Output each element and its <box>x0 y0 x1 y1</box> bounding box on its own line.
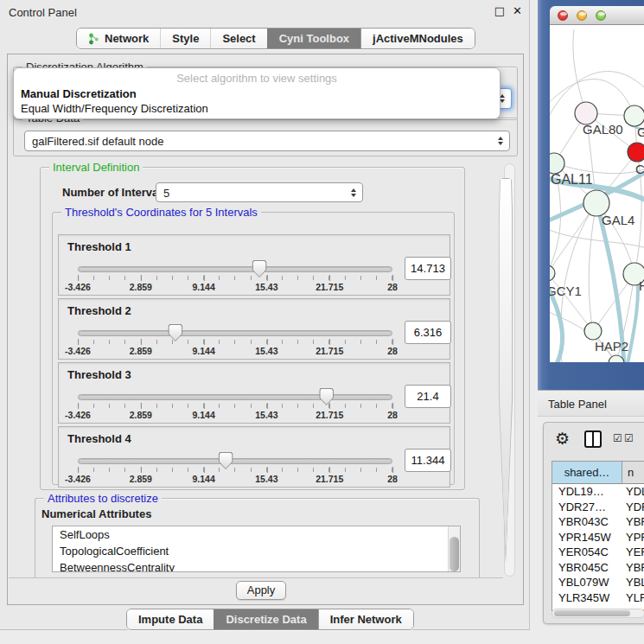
threshold-coordinates-group: Threshold's Coordinates for 5 Intervals … <box>52 212 455 485</box>
threshold-2-label: Threshold 2 <box>67 304 131 317</box>
slider-ticks <box>78 404 392 408</box>
column-header-name[interactable]: n <box>622 462 644 483</box>
threshold-2-value-field[interactable]: 6.316 <box>405 321 451 344</box>
slider-thumb[interactable] <box>252 260 267 277</box>
minimize-traffic-light-icon[interactable] <box>577 10 587 21</box>
node[interactable] <box>624 105 644 126</box>
table-row[interactable]: YBR043C YBR0 <box>552 514 644 530</box>
node-label-partial: G <box>637 124 644 139</box>
node-label-gal80: GAL80 <box>583 122 623 137</box>
checkbox-icon[interactable]: ☑ <box>624 432 634 444</box>
apply-button[interactable]: Apply <box>236 581 286 600</box>
number-of-intervals-combobox[interactable]: 5 <box>156 182 363 202</box>
slider-thumb[interactable] <box>168 324 182 341</box>
cyni-bottom-tabbar: Impute Data Discretize Data Infer Networ… <box>126 609 414 630</box>
tab-discretize-data-label: Discretize Data <box>226 613 306 626</box>
threshold-2-slider[interactable]: -3.426 2.859 9.144 15.43 21.715 28 <box>78 324 392 359</box>
tab-network[interactable]: Network <box>77 29 160 48</box>
column-header-shared-name[interactable]: shared… <box>552 462 622 483</box>
option-equal-width-frequency[interactable]: Equal Width/Frequency Discretization <box>21 102 208 115</box>
network-canvas[interactable]: GAL80 G C GAL11 GAL4 GCY1 H HAP2 <box>550 25 644 362</box>
tick-label: -3.426 <box>65 346 91 356</box>
tab-cyni-toolbox[interactable]: Cyni Toolbox <box>267 29 360 48</box>
table-row[interactable]: YDL19… YDL1 <box>552 484 644 500</box>
tab-select[interactable]: Select <box>210 29 266 48</box>
tab-impute-data[interactable]: Impute Data <box>127 609 214 629</box>
list-item[interactable]: BetweennessCentrality <box>53 559 460 572</box>
tab-jactivemnodules-label: jActiveMNodules <box>373 32 463 45</box>
table-row[interactable]: YBL079W YBL0 <box>552 575 644 590</box>
zoom-traffic-light-icon[interactable] <box>596 10 606 21</box>
tick-label: 15.43 <box>255 346 277 356</box>
option-manual-discretization[interactable]: Manual Discretization <box>21 87 137 100</box>
node-label-hap2: HAP2 <box>595 339 628 354</box>
node-gcy1[interactable] <box>550 265 555 281</box>
list-scrollbar[interactable] <box>448 526 460 571</box>
close-traffic-light-icon[interactable] <box>558 10 568 21</box>
network-icon <box>88 33 99 45</box>
tick-label: 9.144 <box>192 474 214 484</box>
control-panel-titlebar: Control Panel □ ✕ <box>0 0 529 24</box>
stepper-arrows-icon <box>498 137 503 145</box>
table-row[interactable]: YDR27… YDR2 <box>552 500 644 515</box>
close-icon[interactable]: ✕ <box>513 4 522 17</box>
threshold-2-panel: Threshold 2 -3.426 2.859 9.144 15.43 21.… <box>58 298 450 360</box>
list-item[interactable]: TopologicalCoefficient <box>53 543 460 559</box>
tick-label: -3.426 <box>65 410 91 420</box>
stepper-arrows-icon <box>351 188 356 197</box>
interval-definition-group: Interval Definition Number of Intervals … <box>40 167 465 490</box>
columns-icon[interactable] <box>584 430 602 448</box>
tab-select-label: Select <box>222 32 255 45</box>
tab-style[interactable]: Style <box>160 29 210 48</box>
table-row[interactable]: YER054C YER0 <box>552 545 644 560</box>
threshold-1-slider[interactable]: -3.426 2.859 9.144 15.43 21.715 28 <box>78 260 392 295</box>
node-label-gcy1: GCY1 <box>550 284 582 298</box>
slider-track[interactable] <box>78 266 392 272</box>
table-row[interactable]: YBR045C YBR0 <box>552 560 644 576</box>
numerical-attributes-list[interactable]: SelfLoops TopologicalCoefficient Between… <box>52 526 461 572</box>
table-panel-title: Table Panel <box>548 398 607 411</box>
tick-label: 15.43 <box>255 282 277 292</box>
slider-track[interactable] <box>78 330 392 336</box>
threshold-3-label: Threshold 3 <box>67 368 131 381</box>
tab-infer-network[interactable]: Infer Network <box>318 609 413 629</box>
node-hap2[interactable] <box>584 322 602 340</box>
tick-label: 9.144 <box>192 346 214 356</box>
slider-track[interactable] <box>78 458 392 464</box>
table-horizontal-scrollbar[interactable] <box>552 609 644 618</box>
slider-ticks <box>78 340 392 344</box>
table-row[interactable]: YLR345W YLR3 <box>552 590 644 606</box>
panel-scrollbar[interactable] <box>504 163 515 577</box>
tick-label: 28 <box>387 282 398 292</box>
threshold-coordinates-group-title: Threshold's Coordinates for 5 Intervals <box>61 206 261 219</box>
cyni-toolbox-panel: Discretization Algorithm Select algorith… <box>7 54 524 605</box>
algorithm-dropdown-popup: Select algorithm to view settings Manual… <box>13 67 501 119</box>
threshold-3-slider[interactable]: -3.426 2.859 9.144 15.43 21.715 28 <box>78 388 392 423</box>
table-data-combobox[interactable]: galFiltered.sif default node <box>24 131 510 151</box>
control-panel-window: Control Panel □ ✕ Network Style Select C… <box>0 0 530 630</box>
threshold-1-value-field[interactable]: 14.713 <box>405 257 451 280</box>
tab-network-label: Network <box>105 32 149 45</box>
threshold-3-panel: Threshold 3 -3.426 2.859 9.144 15.43 21.… <box>58 362 450 424</box>
node-red-selected[interactable] <box>628 143 644 162</box>
threshold-3-value-field[interactable]: 21.4 <box>405 385 451 408</box>
network-graph: GAL80 G C GAL11 GAL4 GCY1 H HAP2 <box>550 25 644 362</box>
table-row[interactable]: YPR145W YPR1 <box>552 530 644 545</box>
list-item[interactable]: SelfLoops <box>53 526 460 543</box>
tick-label: 21.715 <box>316 474 343 484</box>
threshold-4-slider[interactable]: -3.426 2.859 9.144 15.43 21.715 28 <box>78 452 392 487</box>
number-of-intervals-label: Number of Intervals <box>62 186 168 199</box>
tick-label: 28 <box>387 474 398 484</box>
tab-jactivemnodules[interactable]: jActiveMNodules <box>360 29 475 48</box>
tab-discretize-data[interactable]: Discretize Data <box>214 609 317 629</box>
gear-icon[interactable]: ⚙ <box>555 429 570 448</box>
network-view-window: GAL80 G C GAL11 GAL4 GCY1 H HAP2 <box>538 0 644 390</box>
tab-infer-network-label: Infer Network <box>330 613 402 626</box>
slider-thumb[interactable] <box>219 452 233 469</box>
network-window-titlebar[interactable] <box>550 6 644 25</box>
float-window-icon[interactable]: □ <box>494 4 505 17</box>
slider-track[interactable] <box>78 394 392 400</box>
checkbox-icon[interactable]: ☑ <box>613 432 622 444</box>
threshold-4-value-field[interactable]: 11.344 <box>405 449 451 472</box>
slider-thumb[interactable] <box>319 388 334 405</box>
